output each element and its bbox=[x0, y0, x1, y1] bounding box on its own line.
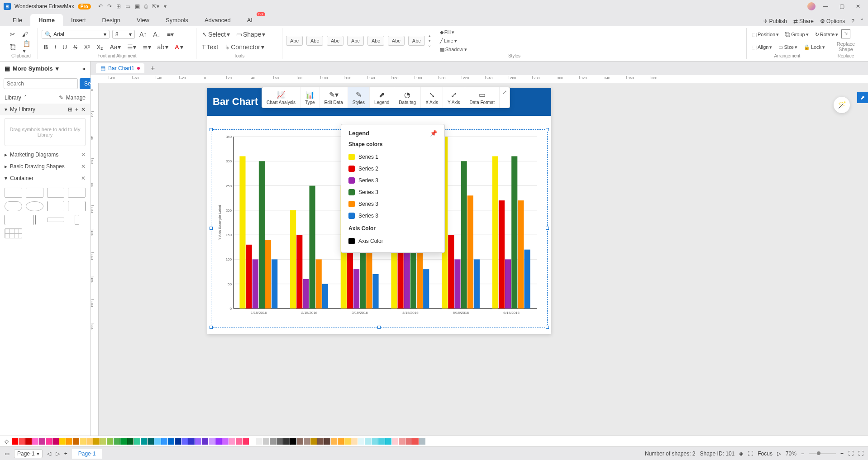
color-swatch[interactable] bbox=[161, 438, 167, 445]
collapse-sidebar-icon[interactable]: « bbox=[82, 65, 86, 72]
minimize-button[interactable]: — bbox=[819, 3, 832, 9]
color-swatch[interactable] bbox=[25, 438, 32, 445]
resize-handle[interactable] bbox=[377, 326, 381, 329]
close-section-icon[interactable]: ✕ bbox=[81, 175, 86, 181]
color-swatch[interactable] bbox=[59, 438, 66, 445]
menu-home[interactable]: Home bbox=[30, 14, 63, 26]
bold-icon[interactable]: B bbox=[42, 43, 50, 52]
search-input[interactable] bbox=[4, 78, 78, 89]
resize-handle[interactable] bbox=[546, 227, 549, 230]
menu-design[interactable]: Design bbox=[94, 14, 129, 26]
shape-swatch[interactable] bbox=[26, 188, 43, 198]
color-swatch[interactable] bbox=[202, 438, 208, 445]
color-swatch[interactable] bbox=[399, 438, 405, 445]
style-down-icon[interactable]: ▾ bbox=[429, 38, 431, 43]
tb-type[interactable]: 📊Type bbox=[300, 87, 320, 108]
color-swatch[interactable] bbox=[148, 438, 154, 445]
style-more-icon[interactable]: ▿ bbox=[429, 43, 431, 48]
color-swatch[interactable] bbox=[304, 438, 310, 445]
legend-color-row[interactable]: Series 3 bbox=[348, 198, 437, 210]
color-swatch[interactable] bbox=[338, 438, 344, 445]
resize-handle[interactable] bbox=[210, 326, 213, 329]
options-button[interactable]: ⚙ Options bbox=[820, 18, 845, 24]
line-button[interactable]: ╱ Line ▾ bbox=[438, 37, 469, 45]
document-tab[interactable]: ▤ Bar Chart1 bbox=[96, 63, 144, 73]
prev-page-icon[interactable]: ◁ bbox=[47, 451, 51, 457]
undo-icon[interactable]: ↶ bbox=[98, 3, 103, 9]
color-swatch[interactable] bbox=[73, 438, 79, 445]
color-swatch[interactable] bbox=[52, 438, 59, 445]
color-swatch[interactable] bbox=[297, 438, 303, 445]
section-basic-shapes[interactable]: Basic Drawing Shapes bbox=[10, 163, 65, 170]
color-swatch[interactable] bbox=[215, 438, 222, 445]
menu-symbols[interactable]: Symbols bbox=[157, 14, 196, 26]
help-icon[interactable]: ? bbox=[851, 18, 854, 24]
menu-file[interactable]: File bbox=[5, 14, 30, 26]
add-lib-icon[interactable]: ⊞ bbox=[68, 106, 72, 113]
tb-legend[interactable]: ⬈Legend bbox=[370, 87, 394, 108]
style-preset[interactable]: Abc bbox=[347, 36, 364, 46]
color-swatch[interactable] bbox=[80, 438, 86, 445]
color-swatch[interactable] bbox=[358, 438, 364, 445]
color-swatch[interactable] bbox=[392, 438, 398, 445]
color-swatch[interactable] bbox=[351, 438, 358, 445]
export-icon[interactable]: ⇱▾ bbox=[152, 3, 159, 9]
resize-handle[interactable] bbox=[546, 326, 549, 329]
close-section-icon[interactable]: ✕ bbox=[81, 152, 86, 158]
color-swatch[interactable] bbox=[12, 438, 18, 445]
color-swatch[interactable] bbox=[310, 438, 317, 445]
ai-assistant-icon[interactable]: 🪄 bbox=[834, 97, 850, 113]
tb-x-axis[interactable]: ⤡X Axis bbox=[421, 87, 443, 108]
color-swatch[interactable] bbox=[344, 438, 351, 445]
shape-swatch[interactable] bbox=[68, 201, 86, 211]
my-library-section[interactable]: My Library bbox=[10, 106, 35, 113]
presentation-icon[interactable]: ▷ bbox=[777, 451, 781, 457]
align-icon[interactable]: ≡▾ bbox=[165, 30, 176, 39]
bullets-icon[interactable]: ≣▾ bbox=[141, 43, 153, 52]
style-preset[interactable]: Abc bbox=[367, 36, 384, 46]
print-icon[interactable]: ⎙ bbox=[144, 3, 148, 9]
lock-button[interactable]: 🔒 Lock▾ bbox=[802, 43, 827, 51]
color-swatch[interactable] bbox=[256, 438, 262, 445]
superscript-icon[interactable]: X² bbox=[82, 43, 92, 52]
legend-color-row[interactable]: Series 1 bbox=[348, 151, 437, 163]
color-swatch[interactable] bbox=[120, 438, 127, 445]
zoom-level[interactable]: 70% bbox=[786, 451, 796, 457]
shape-swatch[interactable] bbox=[5, 188, 22, 198]
legend-color-row[interactable]: Series 2 bbox=[348, 163, 437, 175]
shape-tool[interactable]: ▭ Shape ▾ bbox=[234, 30, 267, 39]
strike-icon[interactable]: S̶ bbox=[72, 43, 79, 52]
redo-icon[interactable]: ↷ bbox=[107, 3, 112, 9]
toolbar-expand-icon[interactable]: ⤢ bbox=[500, 87, 510, 108]
sidebar-header[interactable]: More Symbols bbox=[13, 65, 53, 72]
color-swatch[interactable] bbox=[229, 438, 235, 445]
tb-styles[interactable]: ✎Styles bbox=[348, 87, 370, 108]
color-swatch[interactable] bbox=[270, 438, 276, 445]
color-swatch[interactable] bbox=[324, 438, 330, 445]
select-tool[interactable]: ↖ Select ▾ bbox=[200, 30, 232, 39]
zoom-in-icon[interactable]: + bbox=[840, 451, 844, 457]
new-lib-icon[interactable]: + bbox=[75, 106, 78, 113]
tb-data-tag[interactable]: ◔Data tag bbox=[394, 87, 421, 108]
color-swatch[interactable] bbox=[372, 438, 378, 445]
color-swatch[interactable] bbox=[114, 438, 120, 445]
tb-y-axis[interactable]: ⤢Y Axis bbox=[443, 87, 465, 108]
new-icon[interactable]: ⊞ bbox=[116, 3, 121, 9]
resize-handle[interactable] bbox=[210, 128, 213, 131]
color-swatch[interactable] bbox=[181, 438, 188, 445]
menu-ai[interactable]: AIhot bbox=[239, 14, 261, 26]
color-swatch[interactable] bbox=[175, 438, 181, 445]
copy-icon[interactable]: ⿻ bbox=[8, 43, 18, 52]
color-swatch[interactable] bbox=[365, 438, 371, 445]
add-page-icon[interactable]: + bbox=[64, 451, 67, 457]
page-tab[interactable]: Page-1 bbox=[72, 449, 102, 459]
close-button[interactable]: ✕ bbox=[852, 3, 864, 9]
color-swatch[interactable] bbox=[290, 438, 296, 445]
zoom-slider[interactable] bbox=[809, 453, 836, 454]
page-select[interactable]: Page-1 ▾ bbox=[14, 449, 43, 458]
font-name-select[interactable]: 🔍 Arial▾ bbox=[42, 30, 110, 39]
color-swatch[interactable] bbox=[127, 438, 134, 445]
legend-color-row[interactable]: Series 3 bbox=[348, 175, 437, 186]
style-up-icon[interactable]: ▴ bbox=[429, 33, 431, 38]
shape-swatch[interactable] bbox=[47, 188, 65, 198]
